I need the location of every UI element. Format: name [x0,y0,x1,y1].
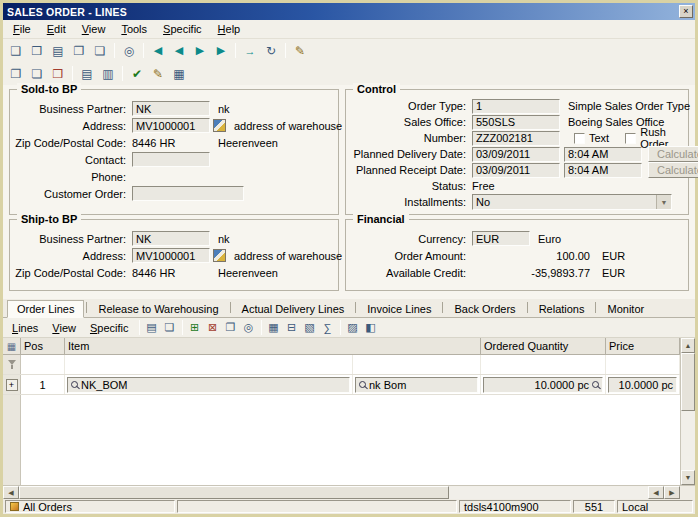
print-document-icon[interactable]: ▥ [98,64,118,83]
vertical-scroll-thumb[interactable] [681,353,695,411]
order-number-field[interactable]: ZZZ002181 [472,131,560,146]
text-checkbox[interactable] [574,133,585,144]
chart-icon[interactable]: ▧ [301,319,319,336]
order-line-row[interactable]: + 1 NK_BOM nk Bom 10. [3,375,680,395]
last-record-icon[interactable]: ▶ [211,41,231,60]
address-field[interactable]: MV1000001 [132,118,210,133]
duplicate-line-icon[interactable]: ❐ [222,319,240,336]
copy-order-icon[interactable]: ❏ [27,64,47,83]
contact-field[interactable] [132,152,210,167]
business-partner-field[interactable]: NK [132,101,210,116]
filter-cell-quantity[interactable] [481,355,606,374]
view-filter-cell[interactable]: All Orders [5,500,175,513]
address-zoom-icon[interactable] [213,119,226,132]
column-header-ordered-quantity[interactable]: Ordered Quantity [481,338,606,354]
scroll-left-icon[interactable]: ◀ [3,486,19,499]
refresh-icon[interactable]: ↻ [261,41,281,60]
close-icon[interactable]: × [679,5,693,18]
scroll-up-icon[interactable]: ▲ [681,338,695,353]
planned-receipt-time-field[interactable]: 8:04 AM [564,163,642,178]
print-icon[interactable]: ▤ [48,41,68,60]
pos-cell[interactable]: 1 [21,375,65,394]
installments-combo[interactable]: No ▼ [472,194,672,210]
price-field[interactable]: 10.0000 pc [608,377,677,393]
column-header-pos[interactable]: Pos [21,338,65,354]
menu-lines-specific[interactable]: Specific [83,320,136,336]
grid-vertical-scrollbar[interactable]: ▲ ▼ [680,338,695,485]
prev-record-icon[interactable]: ◀ [169,41,189,60]
menu-lines[interactable]: Lines [5,320,45,336]
column-header-item[interactable]: Item [65,338,481,354]
menu-view[interactable]: View [74,21,114,37]
filter-cell-price[interactable] [606,355,680,374]
sales-office-field[interactable]: 550SLS [472,115,560,130]
text-editor-icon[interactable]: ✎ [148,64,168,83]
menu-help[interactable]: Help [210,21,249,37]
calculate-delivery-button[interactable]: Calculate [648,146,698,162]
tab-monitor[interactable]: Monitor [598,301,653,317]
save-and-new-icon[interactable]: ❒ [27,41,47,60]
calculate-receipt-button[interactable]: Calculate [648,162,698,178]
expand-row-button[interactable]: + [6,379,18,391]
find-line-icon[interactable]: ◎ [240,319,258,336]
tab-back-orders[interactable]: Back Orders [445,301,524,317]
report-icon[interactable]: ▦ [169,64,189,83]
filter-icon[interactable] [8,360,16,369]
item-zoom-icon[interactable] [71,381,78,388]
currency-field[interactable]: EUR [472,231,530,246]
save-icon[interactable]: ❑ [6,41,26,60]
goto-icon[interactable]: → [240,41,260,60]
collapse-icon[interactable]: ⊟ [283,319,301,336]
description-zoom-icon[interactable] [359,381,366,388]
menu-file[interactable]: File [5,21,39,37]
delete-line-icon[interactable]: ⊠ [204,319,222,336]
page-right-icon[interactable]: ▶ [664,486,680,499]
menu-edit[interactable]: Edit [39,21,74,37]
planned-delivery-time-field[interactable]: 8:04 AM [564,147,642,162]
item-description-field[interactable]: nk Bom [355,377,478,393]
next-record-icon[interactable]: ▶ [190,41,210,60]
horizontal-scroll-track[interactable] [449,486,648,499]
grid-horizontal-scrollbar[interactable]: ◀ ◀ ▶ [3,485,695,499]
menu-lines-view[interactable]: View [45,320,83,336]
tab-order-lines[interactable]: Order Lines [7,300,84,318]
filter-cell-pos[interactable] [21,355,65,374]
tab-relations[interactable]: Relations [530,301,594,317]
copy-icon[interactable]: ❏ [90,41,110,60]
print-lines-icon[interactable]: ▤ [143,319,161,336]
tab-actual-delivery-lines[interactable]: Actual Delivery Lines [233,301,354,317]
menu-tools[interactable]: Tools [113,21,155,37]
find-icon[interactable]: ◎ [119,41,139,60]
ship-address-zoom-icon[interactable] [213,249,226,262]
item-field[interactable]: NK_BOM [67,377,350,393]
rush-order-checkbox[interactable] [625,133,636,144]
ordered-quantity-field[interactable]: 10.0000 pc [483,377,603,393]
tab-release-to-warehousing[interactable]: Release to Warehousing [89,301,227,317]
horizontal-scroll-thumb[interactable] [19,486,449,499]
ship-address-field[interactable]: MV1000001 [132,248,210,263]
chevron-down-icon[interactable]: ▼ [656,195,671,209]
planned-delivery-date-field[interactable]: 03/09/2011 [472,147,560,162]
vertical-scroll-track[interactable] [681,411,695,470]
tab-invoice-lines[interactable]: Invoice Lines [358,301,440,317]
scroll-down-icon[interactable]: ▼ [681,470,695,485]
print-order-icon[interactable]: ▤ [77,64,97,83]
page-left-icon[interactable]: ◀ [648,486,664,499]
approve-icon[interactable]: ✔ [127,64,147,83]
planned-receipt-date-field[interactable]: 03/09/2011 [472,163,560,178]
quantity-zoom-icon[interactable] [592,381,599,388]
customer-order-field[interactable] [132,186,244,201]
first-record-icon[interactable]: ◀ [148,41,168,60]
filter-settings-icon[interactable]: ◧ [362,319,380,336]
ship-business-partner-field[interactable]: NK [132,231,210,246]
grid-corner-icon[interactable]: ▦ [3,338,21,354]
filter-cell-description[interactable] [353,355,481,374]
filter-cell-item[interactable] [65,355,353,374]
template-icon[interactable]: ❒ [48,64,68,83]
edit-icon[interactable]: ✎ [290,41,310,60]
column-header-price[interactable]: Price [606,338,680,354]
document-icon[interactable]: ❏ [161,319,179,336]
order-type-field[interactable]: 1 [472,99,560,114]
duplicate-icon[interactable]: ❐ [6,64,26,83]
table-icon[interactable]: ▦ [265,319,283,336]
